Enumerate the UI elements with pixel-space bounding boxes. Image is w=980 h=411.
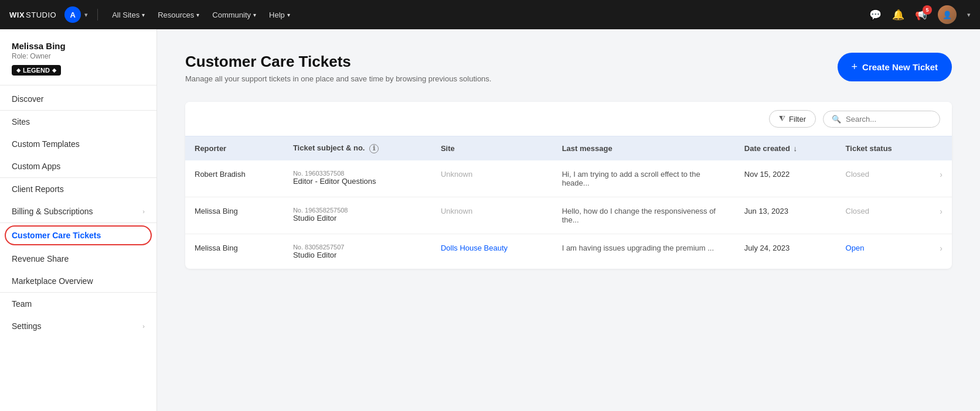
row-chevron-cell[interactable]: › — [928, 160, 952, 197]
sidebar-item-marketplace-overview[interactable]: Marketplace Overview — [0, 270, 156, 292]
col-date-created[interactable]: Date created ↓ — [735, 136, 836, 160]
filter-button[interactable]: ⧨ Filter — [769, 110, 816, 128]
sidebar-item-billing[interactable]: Billing & Subscriptions › — [0, 200, 156, 222]
badge-label: LEGEND — [23, 67, 50, 74]
sidebar-item-discover[interactable]: Discover — [0, 88, 156, 110]
reporter-cell: Robert Bradish — [185, 160, 284, 197]
row-chevron-cell[interactable]: › — [928, 234, 952, 269]
page-title: Customer Care Tickets — [185, 53, 491, 71]
nav-resources[interactable]: Resources ▾ — [153, 0, 204, 29]
search-input[interactable] — [846, 115, 928, 124]
site-cell: Dolls House Beauty — [431, 234, 553, 269]
sidebar-item-client-reports[interactable]: Client Reports — [0, 178, 156, 200]
notifications-icon[interactable]: 🔔 — [892, 9, 904, 21]
billing-label: Billing & Subscriptions — [12, 207, 93, 216]
plus-icon: + — [852, 61, 858, 73]
sidebar-legend-badge: ◆ LEGEND ◆ — [12, 65, 61, 76]
nav-all-sites[interactable]: All Sites ▾ — [107, 0, 149, 29]
logo-studio: STUDIO — [26, 11, 56, 19]
resources-label: Resources — [158, 11, 194, 19]
sort-down-icon: ↓ — [793, 144, 797, 153]
ticket-status-cell: Open — [836, 234, 928, 269]
row-chevron-icon: › — [940, 207, 942, 216]
table-row[interactable]: Robert Bradish No. 19603357508 Editor - … — [185, 160, 952, 197]
logo[interactable]: WIX STUDIO — [9, 11, 56, 19]
sidebar-user-name: Melissa Bing — [12, 41, 145, 51]
announcements-icon[interactable]: 📢 5 — [915, 9, 927, 21]
last-message-cell: Hello, how do I change the responsivenes… — [553, 197, 735, 234]
diamond-right-icon: ◆ — [52, 67, 56, 73]
table-row[interactable]: Melissa Bing No. 196358257508 Studio Edi… — [185, 197, 952, 234]
ticket-subject: Studio Editor — [293, 251, 422, 259]
team-label: Team — [12, 299, 32, 309]
nav-help[interactable]: Help ▾ — [264, 0, 295, 29]
nav-community[interactable]: Community ▾ — [207, 0, 261, 29]
ticket-number: No. 83058257507 — [293, 244, 422, 251]
col-site: Site — [431, 136, 553, 160]
settings-chevron-icon: › — [142, 323, 145, 330]
create-new-ticket-label: Create New Ticket — [862, 62, 938, 72]
resources-chevron-icon: ▾ — [196, 12, 199, 18]
user-avatar-letter[interactable]: A — [64, 6, 81, 23]
sites-label: Sites — [12, 117, 30, 126]
user-profile-chevron-icon[interactable]: ▾ — [967, 11, 971, 19]
main-content: Customer Care Tickets Manage all your su… — [157, 29, 980, 411]
settings-label: Settings — [12, 321, 42, 331]
filter-icon: ⧨ — [779, 114, 785, 124]
row-chevron-cell[interactable]: › — [928, 197, 952, 234]
page-subtitle: Manage all your support tickets in one p… — [185, 74, 491, 83]
date-created-cell: Jun 13, 2023 — [735, 197, 836, 234]
sidebar-item-customer-care-tickets[interactable]: Customer Care Tickets — [0, 224, 156, 246]
ticket-subject: Studio Editor — [293, 214, 422, 222]
col-reporter: Reporter — [185, 136, 284, 160]
sidebar-item-team[interactable]: Team — [0, 293, 156, 315]
ticket-status-cell: Closed — [836, 197, 928, 234]
marketplace-overview-label: Marketplace Overview — [12, 276, 93, 286]
date-created-cell: July 24, 2023 — [735, 234, 836, 269]
tickets-table: Reporter Ticket subject & no. ℹ Site Las… — [185, 136, 952, 269]
date-created-cell: Nov 15, 2022 — [735, 160, 836, 197]
all-sites-chevron-icon: ▾ — [142, 12, 145, 18]
tickets-container: ⧨ Filter 🔍 Reporter Ticket subject & no.… — [185, 102, 952, 269]
col-ticket-status: Ticket status — [836, 136, 928, 160]
user-profile-avatar[interactable]: 👤 — [938, 5, 957, 24]
main-header: Customer Care Tickets Manage all your su… — [185, 53, 952, 83]
community-chevron-icon: ▾ — [253, 12, 256, 18]
discover-label: Discover — [12, 94, 43, 104]
tickets-toolbar: ⧨ Filter 🔍 — [185, 102, 952, 136]
create-new-ticket-button[interactable]: + Create New Ticket — [838, 53, 952, 81]
search-icon: 🔍 — [832, 115, 841, 124]
billing-chevron-icon: › — [142, 208, 145, 215]
search-box: 🔍 — [823, 111, 940, 128]
row-chevron-icon: › — [940, 244, 942, 253]
main-header-text: Customer Care Tickets Manage all your su… — [185, 53, 491, 83]
ticket-number: No. 196358257508 — [293, 207, 422, 214]
chat-icon[interactable]: 💬 — [869, 9, 882, 21]
custom-apps-label: Custom Apps — [12, 162, 60, 171]
custom-templates-label: Custom Templates — [12, 139, 80, 149]
topnav: WIX STUDIO A ▾ All Sites ▾ Resources ▾ C… — [0, 0, 980, 29]
community-label: Community — [212, 11, 251, 19]
sidebar-item-custom-templates[interactable]: Custom Templates — [0, 133, 156, 155]
info-circle-icon: ℹ — [369, 144, 379, 153]
col-last-message: Last message — [553, 136, 735, 160]
last-message-cell: Hi, I am trying to add a scroll effect t… — [553, 160, 735, 197]
notifications-badge: 5 — [923, 5, 932, 15]
help-chevron-icon: ▾ — [287, 12, 290, 18]
site-link[interactable]: Dolls House Beauty — [441, 244, 508, 252]
ticket-status-cell: Closed — [836, 160, 928, 197]
diamond-left-icon: ◆ — [16, 67, 21, 73]
ticket-subject-cell: No. 83058257507 Studio Editor — [284, 234, 431, 269]
ticket-subject-cell: No. 19603357508 Editor - Editor Question… — [284, 160, 431, 197]
sidebar-user-role: Role: Owner — [12, 52, 145, 60]
sidebar-item-sites[interactable]: Sites — [0, 111, 156, 133]
site-cell: Unknown — [431, 160, 553, 197]
sidebar-item-revenue-share[interactable]: Revenue Share — [0, 248, 156, 270]
sidebar-item-custom-apps[interactable]: Custom Apps — [0, 155, 156, 177]
filter-label: Filter — [789, 115, 806, 124]
ticket-subject-cell: No. 196358257508 Studio Editor — [284, 197, 431, 234]
revenue-share-label: Revenue Share — [12, 254, 69, 263]
sidebar-item-settings[interactable]: Settings › — [0, 315, 156, 337]
user-chevron-icon[interactable]: ▾ — [84, 11, 88, 19]
table-row[interactable]: Melissa Bing No. 83058257507 Studio Edit… — [185, 234, 952, 269]
